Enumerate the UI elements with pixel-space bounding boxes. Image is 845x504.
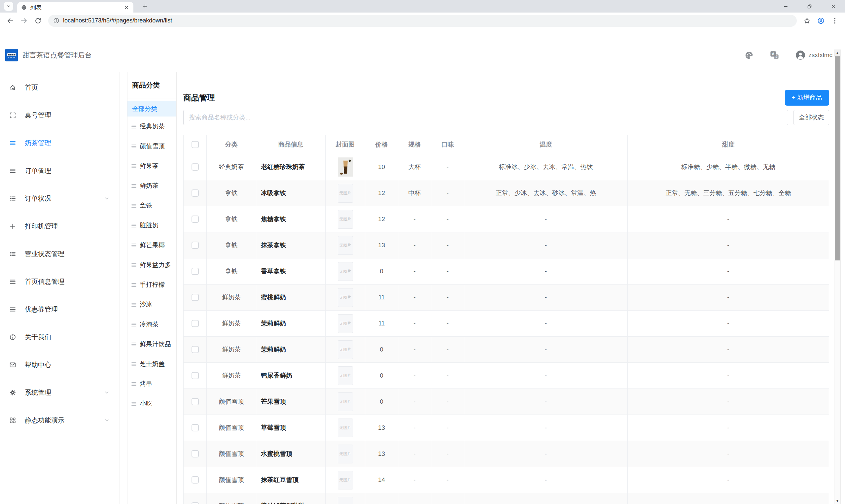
vertical-scrollbar[interactable]: ▲ ▼ [834, 50, 841, 504]
row-checkbox[interactable] [192, 450, 199, 457]
site-info-icon[interactable] [53, 18, 59, 24]
address-bar[interactable]: localhost:5173/h5/#/pages/breakdown/list [48, 15, 797, 27]
sidebar-item-label: 奶茶管理 [25, 139, 51, 147]
sidebar-item-label: 订单状况 [25, 194, 51, 203]
cell-flavor: - [431, 258, 464, 285]
row-checkbox[interactable] [192, 476, 199, 484]
sidebar-item[interactable]: 打印机管理 [0, 212, 120, 240]
sidebar-item[interactable]: 系统管理 [0, 379, 120, 406]
row-checkbox[interactable] [192, 216, 199, 223]
sidebar-item[interactable]: 关于我们 [0, 323, 120, 351]
row-checkbox[interactable] [192, 372, 199, 379]
category-item-label: 鲜果益力多 [140, 261, 171, 269]
chevron-down-icon [104, 417, 110, 423]
menu-icon [9, 278, 16, 285]
cell-sweetness: - [628, 493, 829, 504]
sidebar-item[interactable]: 静态功能演示 [0, 406, 120, 434]
window-minimize-button[interactable] [774, 0, 797, 13]
status-filter-select[interactable]: 全部状态 [793, 110, 829, 125]
reload-button[interactable] [31, 14, 45, 28]
cell-category: 拿铁 [207, 206, 256, 232]
row-checkbox[interactable] [192, 346, 199, 353]
select-all-checkbox[interactable] [192, 141, 199, 148]
sidebar-item[interactable]: 桌号管理 [0, 101, 120, 129]
no-image-placeholder: 无图片 [338, 418, 353, 437]
cell-flavor: - [431, 337, 464, 363]
sidebar-item[interactable]: 优惠券管理 [0, 295, 120, 323]
browser-profile-button[interactable] [814, 14, 828, 28]
sidebar-item[interactable]: 奶茶管理 [0, 129, 120, 157]
row-checkbox[interactable] [192, 398, 199, 405]
forward-button[interactable] [17, 14, 31, 28]
scrollbar-thumb[interactable] [835, 56, 840, 260]
category-item[interactable]: 经典奶茶 [127, 116, 176, 136]
table-row: 拿铁 冰吸拿铁 无图片 12 中杯 - 正常、少冰、去冰、砂冰、常温、热 正常、… [183, 180, 829, 206]
category-item[interactable]: 颜值雪顶 [127, 136, 176, 156]
table-row: 颜值雪顶 抹茶红豆雪顶 无图片 14 - - - - [183, 467, 829, 493]
theme-palette-icon[interactable] [745, 51, 754, 60]
tab-close-icon[interactable] [124, 5, 129, 10]
sidebar-item[interactable]: 首页 [0, 74, 120, 101]
browser-toolbar: localhost:5173/h5/#/pages/breakdown/list [0, 13, 845, 29]
menu-lines-icon [131, 144, 137, 149]
sidebar-item[interactable]: 营业状态管理 [0, 240, 120, 268]
cell-price: 14 [365, 467, 398, 493]
category-item[interactable]: 烤串 [127, 374, 176, 394]
category-list: 经典奶茶 颜值雪顶 鲜果茶 鲜奶茶 拿铁 脏脏奶 鲜芒果椰 鲜果益力多 手打柠檬… [127, 116, 176, 414]
scroll-down-arrow[interactable]: ▼ [834, 499, 840, 503]
row-checkbox[interactable] [192, 268, 199, 275]
table-row: 拿铁 焦糖拿铁 无图片 12 - - - - [183, 206, 829, 232]
arrow-right-icon [20, 17, 28, 24]
back-button[interactable] [3, 14, 17, 28]
chevron-down-icon [6, 4, 11, 8]
category-item[interactable]: 小吃 [127, 394, 176, 414]
row-checkbox[interactable] [192, 163, 199, 170]
category-item[interactable]: 芝士奶盖 [127, 354, 176, 374]
browser-tab[interactable]: 列表 [17, 2, 134, 13]
row-checkbox[interactable] [192, 320, 199, 327]
language-translate-icon[interactable]: A文 [770, 51, 779, 60]
cell-sweetness: - [628, 337, 829, 363]
cell-spec: - [398, 441, 431, 467]
row-checkbox[interactable] [192, 241, 199, 249]
no-image-label: 无图片 [339, 425, 351, 431]
new-tab-button[interactable] [141, 2, 149, 11]
category-item[interactable]: 鲜果茶 [127, 156, 176, 176]
category-all-item[interactable]: 全部分类 [127, 101, 176, 116]
browser-menu-button[interactable] [828, 14, 842, 28]
category-item[interactable]: 鲜果益力多 [127, 255, 176, 275]
minimize-icon [783, 4, 789, 9]
no-image-placeholder: 无图片 [338, 210, 353, 229]
cell-price: 13 [365, 415, 398, 441]
window-restore-button[interactable] [797, 0, 821, 13]
bookmark-button[interactable] [800, 14, 814, 28]
search-input[interactable] [183, 110, 788, 125]
scan-icon [9, 112, 16, 119]
row-checkbox[interactable] [192, 502, 199, 504]
category-item[interactable]: 鲜奶茶 [127, 176, 176, 196]
sidebar-item[interactable]: 帮助中心 [0, 351, 120, 379]
category-item[interactable]: 手打柠檬 [127, 275, 176, 295]
menu-icon [9, 140, 16, 146]
scroll-up-arrow[interactable]: ▲ [834, 50, 840, 56]
header-actions: A文 zsxfxlmc [745, 50, 832, 60]
sidebar-item[interactable]: 订单状况 [0, 184, 120, 212]
no-image-placeholder: 无图片 [338, 288, 353, 307]
user-menu[interactable]: zsxfxlmc [795, 50, 832, 60]
category-item[interactable]: 冷泡茶 [127, 314, 176, 334]
sidebar-item[interactable]: 首页信息管理 [0, 268, 120, 295]
window-close-button[interactable] [821, 0, 845, 13]
category-item[interactable]: 脏脏奶 [127, 216, 176, 235]
row-checkbox[interactable] [192, 190, 199, 197]
category-item[interactable]: 沙冰 [127, 295, 176, 314]
no-image-label: 无图片 [339, 347, 351, 353]
add-product-button[interactable]: + 新增商品 [785, 90, 829, 106]
sidebar-item[interactable]: 订单管理 [0, 157, 120, 184]
row-checkbox[interactable] [192, 424, 199, 431]
category-item[interactable]: 拿铁 [127, 196, 176, 216]
tab-search-button[interactable] [4, 2, 13, 11]
category-item[interactable]: 鲜芒果椰 [127, 235, 176, 255]
row-checkbox[interactable] [192, 294, 199, 301]
table-row: 拿铁 香草拿铁 无图片 0 - - - - [183, 258, 829, 285]
category-item[interactable]: 鲜果汁饮品 [127, 334, 176, 354]
